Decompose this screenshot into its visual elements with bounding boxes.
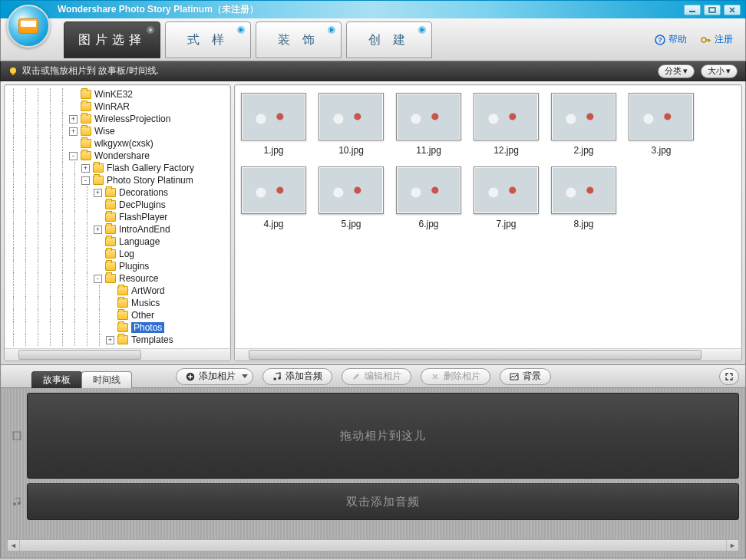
tree-node[interactable]: wlkgyxw(cxsk) (8, 137, 230, 150)
delete-photo-button[interactable]: 删除相片 (421, 368, 490, 385)
add-audio-button[interactable]: 添加音频 (262, 368, 332, 385)
hint-text: 双击或拖放相片到 故事板/时间线. (22, 64, 159, 77)
step-tab-photos[interactable]: 图片选择 (64, 21, 160, 58)
trash-icon (431, 372, 440, 381)
thumbnail-image (396, 166, 461, 214)
thumbnail-item[interactable]: 11.jpg (396, 93, 461, 156)
tree-node-label: Musics (131, 298, 160, 308)
tree-node[interactable]: Other (8, 309, 230, 321)
video-track-icon (7, 393, 27, 479)
tree-node[interactable]: FlashPlayer (8, 211, 230, 223)
thumbnail-item[interactable]: 10.jpg (319, 93, 384, 156)
thumbnail-item[interactable]: 3.jpg (629, 93, 694, 156)
add-photo-button[interactable]: 添加相片 (176, 368, 253, 385)
step-tab-create[interactable]: 创 建 (346, 21, 432, 58)
svg-rect-0 (689, 11, 695, 12)
tree-node[interactable]: Photos (8, 321, 230, 334)
tree-node[interactable]: Log (8, 248, 230, 260)
thumbnail-item[interactable]: 8.jpg (551, 166, 616, 229)
size-button[interactable]: 大小▾ (701, 64, 738, 78)
collapse-icon[interactable]: - (81, 176, 90, 185)
svg-rect-11 (12, 73, 15, 75)
tree-spacer (94, 238, 102, 246)
tab-storyboard[interactable]: 故事板 (31, 371, 82, 388)
step-tab-label: 创 建 (368, 32, 410, 48)
tree-node[interactable]: Language (8, 236, 230, 248)
step-tab-decorate[interactable]: 装 饰 (256, 21, 342, 58)
expand-icon (725, 372, 734, 381)
tree-node[interactable]: -Resource (8, 272, 230, 285)
storyboard-h-scrollbar[interactable]: ◄ ► (7, 539, 739, 552)
tree-node[interactable]: -Photo Story Platinum (8, 174, 230, 186)
edit-photo-button[interactable]: 编辑相片 (342, 368, 411, 385)
thumbnail-item[interactable]: 1.jpg (241, 93, 306, 156)
grid-h-scrollbar[interactable] (235, 348, 741, 361)
tree-node[interactable]: -Wondershare (8, 150, 230, 162)
background-button[interactable]: 背景 (500, 368, 551, 385)
folder-tree[interactable]: WinKE32WinRAR+WirelessProjection+Wisewlk… (5, 85, 230, 348)
tree-node[interactable]: Musics (8, 297, 230, 309)
thumbnail-image (474, 166, 539, 214)
expand-button[interactable] (719, 368, 739, 385)
tree-node[interactable]: WinRAR (8, 100, 230, 113)
tree-node[interactable]: WinKE32 (8, 88, 230, 100)
folder-icon (117, 298, 128, 308)
tree-h-scrollbar[interactable] (5, 348, 230, 361)
maximize-button[interactable] (704, 5, 721, 15)
folder-icon (81, 90, 91, 99)
expand-icon[interactable]: + (94, 189, 102, 197)
plus-icon (186, 372, 195, 381)
close-button[interactable] (724, 5, 741, 15)
tree-node[interactable]: +Flash Gallery Factory (8, 162, 230, 174)
step-tab-style[interactable]: 式 样 (165, 21, 251, 58)
collapse-icon[interactable]: - (94, 275, 102, 283)
expand-icon[interactable]: + (69, 127, 78, 136)
thumbnail-image (319, 93, 384, 140)
help-link[interactable]: ? 帮助 (655, 33, 687, 46)
thumbnail-caption: 3.jpg (651, 145, 671, 156)
step-tab-label: 装 饰 (278, 32, 319, 48)
tree-node[interactable]: DecPlugins (8, 199, 230, 211)
expand-icon[interactable]: + (94, 226, 102, 234)
thumbnail-panel: 1.jpg10.jpg11.jpg12.jpg2.jpg3.jpg4.jpg5.… (234, 84, 742, 361)
tree-node[interactable]: +Decorations (8, 186, 230, 199)
tab-timeline[interactable]: 时间线 (81, 371, 132, 388)
svg-rect-17 (13, 432, 15, 440)
scroll-left-icon[interactable]: ◄ (8, 540, 20, 551)
tree-node[interactable]: +Wise (8, 125, 230, 137)
thumbnail-item[interactable]: 7.jpg (474, 166, 539, 229)
tree-node-label: Plugins (119, 261, 149, 272)
thumbnail-caption: 4.jpg (263, 219, 283, 229)
tree-node[interactable]: +IntroAndEnd (8, 223, 230, 236)
scroll-right-icon[interactable]: ► (726, 540, 738, 551)
audio-track-hint: 双击添加音频 (346, 495, 420, 509)
window-title: Wondershare Photo Story Platinum（未注册） (58, 3, 684, 16)
expand-icon[interactable]: + (69, 115, 78, 124)
audio-track[interactable]: 双击添加音频 (27, 483, 739, 520)
key-icon (701, 35, 711, 45)
video-track[interactable]: 拖动相片到这儿 (27, 393, 739, 479)
register-link[interactable]: 注册 (701, 33, 733, 46)
svg-point-10 (10, 68, 16, 74)
tree-node-label: WirelessProjection (94, 114, 170, 124)
svg-rect-18 (19, 432, 21, 440)
tree-node[interactable]: +WirelessProjection (8, 113, 230, 125)
tree-node[interactable]: Plugins (8, 260, 230, 272)
thumbnail-item[interactable]: 6.jpg (396, 166, 461, 229)
tree-node[interactable]: +Templates (8, 334, 230, 346)
thumbnail-image (551, 93, 616, 140)
tree-spacer (94, 201, 102, 209)
svg-rect-1 (709, 8, 715, 12)
thumbnail-item[interactable]: 4.jpg (241, 166, 306, 229)
thumbnail-item[interactable]: 2.jpg (551, 93, 616, 156)
expand-icon[interactable]: + (81, 164, 90, 173)
tree-node[interactable]: ArtWord (8, 285, 230, 297)
minimize-button[interactable] (684, 5, 701, 15)
category-button[interactable]: 分类▾ (658, 64, 695, 78)
expand-icon[interactable]: + (106, 336, 114, 344)
collapse-icon[interactable]: - (69, 152, 78, 160)
thumbnail-item[interactable]: 12.jpg (474, 93, 539, 156)
thumbnail-caption: 7.jpg (496, 219, 516, 229)
thumbnail-grid[interactable]: 1.jpg10.jpg11.jpg12.jpg2.jpg3.jpg4.jpg5.… (235, 85, 741, 348)
thumbnail-item[interactable]: 5.jpg (319, 166, 384, 229)
